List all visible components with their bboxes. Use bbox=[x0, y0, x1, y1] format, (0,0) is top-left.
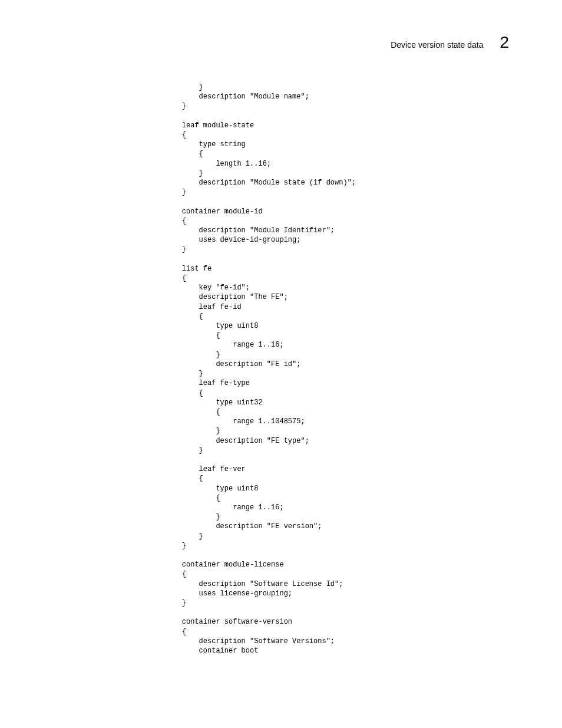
code-block: } description "Module name"; } leaf modu… bbox=[165, 83, 356, 655]
header-title: Device version state data bbox=[391, 40, 483, 50]
page: Device version state data 2 } descriptio… bbox=[0, 0, 562, 728]
page-header: Device version state data 2 bbox=[391, 34, 509, 51]
chapter-number: 2 bbox=[500, 34, 509, 51]
